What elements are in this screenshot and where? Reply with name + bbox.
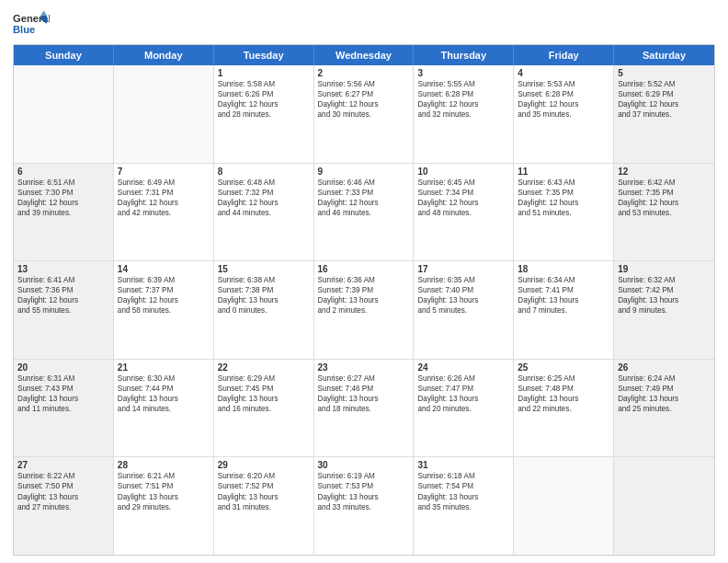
calendar-cell: 5Sunrise: 5:52 AM Sunset: 6:29 PM Daylig… xyxy=(614,65,714,163)
day-number: 19 xyxy=(618,264,711,274)
day-number: 1 xyxy=(218,68,310,78)
calendar-cell: 18Sunrise: 6:34 AM Sunset: 7:41 PM Dayli… xyxy=(514,261,614,359)
cell-daylight-info: Sunrise: 5:52 AM Sunset: 6:29 PM Dayligh… xyxy=(618,79,711,120)
day-number: 31 xyxy=(417,460,509,470)
day-number: 8 xyxy=(218,167,310,177)
day-number: 25 xyxy=(518,362,609,373)
calendar-cell: 28Sunrise: 6:21 AM Sunset: 7:51 PM Dayli… xyxy=(114,457,214,555)
day-number: 3 xyxy=(417,68,509,78)
cell-daylight-info: Sunrise: 6:51 AM Sunset: 7:30 PM Dayligh… xyxy=(17,178,109,218)
cell-daylight-info: Sunrise: 6:46 AM Sunset: 7:33 PM Dayligh… xyxy=(318,178,410,218)
calendar-header: SundayMondayTuesdayWednesdayThursdayFrid… xyxy=(14,45,714,65)
day-number: 30 xyxy=(318,460,410,470)
calendar-cell: 31Sunrise: 6:18 AM Sunset: 7:54 PM Dayli… xyxy=(414,457,514,555)
cell-daylight-info: Sunrise: 6:36 AM Sunset: 7:39 PM Dayligh… xyxy=(318,275,410,316)
calendar-cell xyxy=(114,65,214,163)
day-number: 24 xyxy=(417,362,509,373)
calendar-cell: 25Sunrise: 6:25 AM Sunset: 7:48 PM Dayli… xyxy=(514,360,614,457)
cell-daylight-info: Sunrise: 6:45 AM Sunset: 7:34 PM Dayligh… xyxy=(417,178,509,218)
weekday-header-thursday: Thursday xyxy=(414,45,514,65)
cell-daylight-info: Sunrise: 5:53 AM Sunset: 6:28 PM Dayligh… xyxy=(518,79,609,120)
calendar-cell: 20Sunrise: 6:31 AM Sunset: 7:43 PM Dayli… xyxy=(14,360,114,457)
day-number: 2 xyxy=(318,68,410,78)
calendar-row-2: 6Sunrise: 6:51 AM Sunset: 7:30 PM Daylig… xyxy=(14,164,714,262)
day-number: 23 xyxy=(318,362,410,373)
day-number: 11 xyxy=(518,167,609,177)
calendar-cell: 3Sunrise: 5:55 AM Sunset: 6:28 PM Daylig… xyxy=(414,65,514,163)
day-number: 29 xyxy=(218,460,310,470)
day-number: 28 xyxy=(118,460,210,470)
calendar: SundayMondayTuesdayWednesdayThursdayFrid… xyxy=(13,44,715,556)
day-number: 14 xyxy=(118,264,210,274)
calendar-cell: 21Sunrise: 6:30 AM Sunset: 7:44 PM Dayli… xyxy=(114,360,214,457)
calendar-cell: 11Sunrise: 6:43 AM Sunset: 7:35 PM Dayli… xyxy=(514,164,614,261)
cell-daylight-info: Sunrise: 5:56 AM Sunset: 6:27 PM Dayligh… xyxy=(318,79,410,120)
calendar-cell: 16Sunrise: 6:36 AM Sunset: 7:39 PM Dayli… xyxy=(314,261,415,359)
cell-daylight-info: Sunrise: 6:41 AM Sunset: 7:36 PM Dayligh… xyxy=(17,275,109,316)
calendar-cell: 23Sunrise: 6:27 AM Sunset: 7:46 PM Dayli… xyxy=(314,360,415,457)
cell-daylight-info: Sunrise: 6:35 AM Sunset: 7:40 PM Dayligh… xyxy=(417,275,509,316)
cell-daylight-info: Sunrise: 5:58 AM Sunset: 6:26 PM Dayligh… xyxy=(218,79,310,120)
calendar-body: 1Sunrise: 5:58 AM Sunset: 6:26 PM Daylig… xyxy=(14,65,714,555)
calendar-row-3: 13Sunrise: 6:41 AM Sunset: 7:36 PM Dayli… xyxy=(14,261,714,360)
calendar-cell: 30Sunrise: 6:19 AM Sunset: 7:53 PM Dayli… xyxy=(314,457,415,555)
calendar-cell: 26Sunrise: 6:24 AM Sunset: 7:49 PM Dayli… xyxy=(614,360,714,457)
calendar-cell: 2Sunrise: 5:56 AM Sunset: 6:27 PM Daylig… xyxy=(314,65,415,163)
logo-icon: General Blue xyxy=(13,9,50,39)
calendar-cell xyxy=(514,457,614,555)
cell-daylight-info: Sunrise: 6:38 AM Sunset: 7:38 PM Dayligh… xyxy=(218,275,310,316)
cell-daylight-info: Sunrise: 6:25 AM Sunset: 7:48 PM Dayligh… xyxy=(518,373,609,414)
cell-daylight-info: Sunrise: 6:24 AM Sunset: 7:49 PM Dayligh… xyxy=(618,373,711,414)
day-number: 5 xyxy=(618,68,711,78)
logo: General Blue xyxy=(13,9,50,39)
day-number: 16 xyxy=(318,264,410,274)
cell-daylight-info: Sunrise: 6:42 AM Sunset: 7:35 PM Dayligh… xyxy=(618,178,711,218)
calendar-cell: 22Sunrise: 6:29 AM Sunset: 7:45 PM Dayli… xyxy=(214,360,314,457)
calendar-row-4: 20Sunrise: 6:31 AM Sunset: 7:43 PM Dayli… xyxy=(14,360,714,458)
cell-daylight-info: Sunrise: 6:20 AM Sunset: 7:52 PM Dayligh… xyxy=(218,471,310,511)
svg-text:Blue: Blue xyxy=(13,24,35,35)
weekday-header-monday: Monday xyxy=(114,45,214,65)
calendar-row-1: 1Sunrise: 5:58 AM Sunset: 6:26 PM Daylig… xyxy=(14,65,714,164)
cell-daylight-info: Sunrise: 6:43 AM Sunset: 7:35 PM Dayligh… xyxy=(518,178,609,218)
calendar-cell: 9Sunrise: 6:46 AM Sunset: 7:33 PM Daylig… xyxy=(314,164,415,261)
cell-daylight-info: Sunrise: 6:34 AM Sunset: 7:41 PM Dayligh… xyxy=(518,275,609,316)
day-number: 26 xyxy=(618,362,711,373)
cell-daylight-info: Sunrise: 6:31 AM Sunset: 7:43 PM Dayligh… xyxy=(17,373,109,414)
calendar-cell xyxy=(614,457,714,555)
day-number: 15 xyxy=(218,264,310,274)
cell-daylight-info: Sunrise: 6:27 AM Sunset: 7:46 PM Dayligh… xyxy=(318,373,410,414)
day-number: 9 xyxy=(318,167,410,177)
calendar-cell: 24Sunrise: 6:26 AM Sunset: 7:47 PM Dayli… xyxy=(414,360,514,457)
cell-daylight-info: Sunrise: 6:32 AM Sunset: 7:42 PM Dayligh… xyxy=(618,275,711,316)
day-number: 6 xyxy=(17,167,109,177)
calendar-cell: 29Sunrise: 6:20 AM Sunset: 7:52 PM Dayli… xyxy=(214,457,314,555)
day-number: 17 xyxy=(417,264,509,274)
cell-daylight-info: Sunrise: 6:39 AM Sunset: 7:37 PM Dayligh… xyxy=(118,275,210,316)
cell-daylight-info: Sunrise: 6:18 AM Sunset: 7:54 PM Dayligh… xyxy=(417,471,509,511)
day-number: 27 xyxy=(17,460,109,470)
weekday-header-saturday: Saturday xyxy=(614,45,714,65)
cell-daylight-info: Sunrise: 6:30 AM Sunset: 7:44 PM Dayligh… xyxy=(118,373,210,414)
cell-daylight-info: Sunrise: 6:48 AM Sunset: 7:32 PM Dayligh… xyxy=(218,178,310,218)
weekday-header-tuesday: Tuesday xyxy=(214,45,314,65)
calendar-cell: 8Sunrise: 6:48 AM Sunset: 7:32 PM Daylig… xyxy=(214,164,314,261)
calendar-cell: 17Sunrise: 6:35 AM Sunset: 7:40 PM Dayli… xyxy=(414,261,514,359)
day-number: 12 xyxy=(618,167,711,177)
header: General Blue xyxy=(13,9,715,39)
day-number: 18 xyxy=(518,264,609,274)
day-number: 4 xyxy=(518,68,609,78)
cell-daylight-info: Sunrise: 6:19 AM Sunset: 7:53 PM Dayligh… xyxy=(318,471,410,511)
cell-daylight-info: Sunrise: 6:22 AM Sunset: 7:50 PM Dayligh… xyxy=(17,471,109,511)
calendar-cell: 14Sunrise: 6:39 AM Sunset: 7:37 PM Dayli… xyxy=(114,261,214,359)
calendar-cell: 19Sunrise: 6:32 AM Sunset: 7:42 PM Dayli… xyxy=(614,261,714,359)
day-number: 21 xyxy=(118,362,210,373)
page: General Blue SundayMondayTuesdayWednesda… xyxy=(0,0,728,563)
weekday-header-sunday: Sunday xyxy=(14,45,114,65)
day-number: 13 xyxy=(17,264,109,274)
day-number: 7 xyxy=(118,167,210,177)
calendar-cell: 27Sunrise: 6:22 AM Sunset: 7:50 PM Dayli… xyxy=(14,457,114,555)
cell-daylight-info: Sunrise: 6:21 AM Sunset: 7:51 PM Dayligh… xyxy=(118,471,210,511)
calendar-cell: 12Sunrise: 6:42 AM Sunset: 7:35 PM Dayli… xyxy=(614,164,714,261)
day-number: 22 xyxy=(218,362,310,373)
